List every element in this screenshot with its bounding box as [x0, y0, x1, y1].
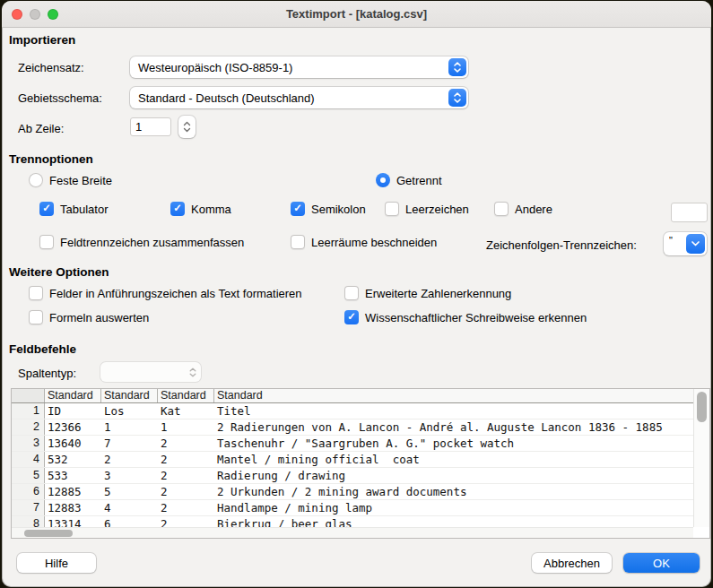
chevron-up-down-icon	[189, 368, 196, 377]
komma-checkbox[interactable]: ✓	[170, 202, 185, 216]
trim-spaces-checkbox[interactable]: ✓	[291, 235, 305, 249]
column-header[interactable]: Standard	[214, 389, 693, 402]
leerzeichen-option: ✓ Leerzeichen	[385, 202, 469, 216]
row-number: 8	[12, 516, 45, 527]
cell: 3	[101, 468, 158, 483]
column-header[interactable]: Standard	[45, 389, 101, 402]
help-button[interactable]: Hilfe	[17, 553, 96, 573]
table-row: 3 13640 7 2 Taschenuhr / "Saargruben A. …	[12, 436, 693, 452]
cell: 13640	[45, 436, 101, 451]
column-header[interactable]: Standard	[158, 389, 214, 402]
row-number: 6	[12, 484, 45, 499]
section-more-title: Weitere Optionen	[9, 265, 109, 279]
corner-cell	[12, 389, 45, 402]
special-numbers-option: ✓ Erweiterte Zahlenerkennung	[344, 286, 511, 300]
row-number: 5	[12, 468, 45, 483]
ok-button[interactable]: OK	[623, 553, 700, 573]
andere-checkbox[interactable]: ✓	[494, 202, 509, 216]
string-delimiter-combo[interactable]: "	[664, 232, 707, 255]
quoted-as-text-option: ✓ Felder in Anführungszeichen als Text f…	[29, 286, 302, 300]
table-row: 7 12883 4 2 Handlampe / mining lamp	[12, 500, 693, 516]
close-button[interactable]	[12, 9, 22, 20]
special-numbers-label: Erweiterte Zahlenerkennung	[365, 287, 511, 300]
cancel-button[interactable]: Abbrechen	[532, 553, 612, 573]
tabulator-label: Tabulator	[60, 203, 108, 216]
checkmark-icon: ✓	[347, 312, 356, 323]
vertical-scrollbar-thumb[interactable]	[697, 392, 707, 422]
cell: 2	[158, 500, 214, 515]
cell: Handlampe / mining lamp	[214, 500, 693, 515]
row-number: 4	[12, 452, 45, 467]
tabulator-checkbox[interactable]: ✓	[39, 202, 54, 216]
separated-radio[interactable]	[376, 173, 390, 187]
charset-select[interactable]: Westeuropäisch (ISO-8859-1)	[130, 56, 468, 78]
evaluate-formulas-label: Formeln auswerten	[49, 311, 149, 324]
merge-delimiters-option: ✓ Feldtrennzeichen zusammenfassen	[39, 235, 244, 249]
cell: ID	[45, 403, 101, 419]
other-separator-input[interactable]	[671, 203, 708, 222]
table-row: 5 533 3 2 Radierung / drawing	[12, 468, 693, 484]
minimize-button	[30, 9, 40, 20]
leerzeichen-checkbox[interactable]: ✓	[385, 202, 399, 216]
cell: 1	[158, 419, 214, 435]
row-number: 1	[12, 403, 45, 419]
horizontal-scrollbar-thumb[interactable]	[24, 530, 73, 537]
quoted-as-text-label: Felder in Anführungszeichen als Text for…	[49, 287, 302, 300]
table-row: 8 13314 6 2 Bierkrug / beer glas	[12, 516, 693, 527]
cell: 2 Urkunden / 2 mining award documents	[214, 484, 693, 499]
row-number: 7	[12, 500, 45, 515]
checkmark-icon: ✓	[42, 203, 51, 214]
cell: 12366	[45, 419, 101, 435]
quoted-as-text-checkbox[interactable]: ✓	[29, 286, 43, 300]
cell: 2	[158, 484, 214, 499]
checkmark-icon: ✓	[293, 203, 302, 214]
chevron-up-down-icon	[448, 89, 466, 107]
from-row-input[interactable]	[130, 117, 171, 136]
horizontal-scrollbar[interactable]	[12, 527, 693, 538]
row-number: 3	[12, 436, 45, 451]
window-controls	[12, 9, 58, 20]
chevron-up-down-icon	[448, 58, 466, 76]
fixed-width-radio[interactable]	[29, 173, 43, 187]
vertical-scrollbar[interactable]	[693, 389, 709, 527]
cell: 5	[101, 484, 158, 499]
evaluate-formulas-checkbox[interactable]: ✓	[29, 310, 43, 324]
cell: 6	[101, 516, 158, 527]
fixed-width-option: Feste Breite	[29, 173, 112, 187]
chevron-up-icon	[183, 121, 191, 126]
title-bar[interactable]: Textimport - [katalog.csv]	[2, 1, 711, 28]
zoom-button[interactable]	[48, 9, 58, 20]
charset-value: Westeuropäisch (ISO-8859-1)	[130, 61, 448, 74]
cell: 533	[45, 468, 101, 483]
special-numbers-checkbox[interactable]: ✓	[344, 286, 359, 300]
cell: 4	[101, 500, 158, 515]
cell: 1	[101, 419, 158, 435]
cell: 2	[101, 452, 158, 467]
scientific-notation-option: ✓ Wissenschaftlicher Schreibweise erkenn…	[344, 310, 587, 324]
charset-label: Zeichensatz:	[18, 61, 84, 74]
locale-select[interactable]: Standard - Deutsch (Deutschland)	[130, 87, 468, 108]
cell: 7	[101, 436, 158, 451]
separated-label: Getrennt	[396, 174, 442, 187]
table-header-row: Standard Standard Standard Standard	[12, 389, 693, 403]
semikolon-checkbox[interactable]: ✓	[291, 202, 305, 216]
cell: Bierkrug / beer glas	[214, 516, 693, 527]
from-row-stepper[interactable]	[178, 116, 196, 138]
semikolon-label: Semikolon	[311, 203, 366, 216]
scientific-notation-checkbox[interactable]: ✓	[344, 310, 359, 324]
column-header[interactable]: Standard	[101, 389, 158, 402]
string-delimiter-label: Zeichenfolgen-Trennzeichen:	[486, 238, 637, 252]
preview-grid: Standard Standard Standard Standard 1 ID…	[12, 389, 693, 527]
komma-option: ✓ Komma	[170, 202, 231, 216]
row-number: 2	[12, 419, 45, 435]
merge-delimiters-checkbox[interactable]: ✓	[39, 235, 54, 249]
cell: Kat	[158, 403, 214, 419]
section-import-title: Importieren	[9, 33, 75, 47]
section-separator-title: Trennoptionen	[9, 152, 93, 166]
column-type-select	[100, 362, 201, 382]
tabulator-option: ✓ Tabulator	[39, 202, 108, 216]
table-row: 4 532 2 2 Mantel / mining official coat	[12, 452, 693, 468]
leerzeichen-label: Leerzeichen	[405, 203, 469, 216]
textimport-dialog: Textimport - [katalog.csv] Importieren Z…	[2, 1, 711, 587]
cell: Radierung / drawing	[214, 468, 693, 483]
